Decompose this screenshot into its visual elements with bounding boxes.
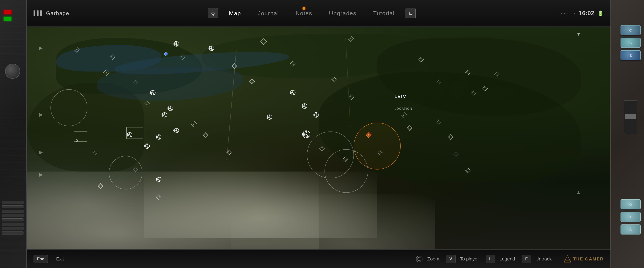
right-btn-s2[interactable]: S bbox=[620, 225, 641, 235]
svg-rect-41 bbox=[331, 77, 336, 82]
map-icon-d8 bbox=[330, 76, 337, 83]
map-icon-rad-sm3 bbox=[161, 112, 168, 118]
signal-icon: ▌▌▌ bbox=[34, 10, 44, 16]
map-icon-rad-sm8 bbox=[156, 176, 162, 183]
right-btn-s1[interactable]: S bbox=[620, 38, 641, 48]
esc-key[interactable]: Esc bbox=[34, 255, 48, 263]
to-player-label: To player bbox=[460, 256, 479, 262]
location-name: LVIV bbox=[394, 94, 406, 99]
map-icon-d29 bbox=[494, 71, 500, 78]
map-icon-d19 bbox=[377, 149, 384, 156]
svg-rect-68 bbox=[437, 120, 440, 123]
map-icon-d17 bbox=[319, 145, 325, 152]
untrack-label: Untrack bbox=[536, 256, 552, 262]
svg-rect-48 bbox=[437, 80, 440, 83]
device-name: Garbage bbox=[46, 10, 70, 16]
right-btn-c-label: C bbox=[621, 25, 640, 35]
edge-arrow-low[interactable]: ▶ bbox=[39, 149, 43, 155]
svg-point-93 bbox=[176, 130, 177, 131]
svg-rect-42 bbox=[332, 78, 335, 81]
svg-rect-76 bbox=[94, 151, 96, 154]
map-icon-d3 bbox=[231, 63, 238, 69]
right-slider[interactable] bbox=[624, 100, 637, 134]
map-icon-diamond-1 bbox=[74, 47, 80, 54]
svg-marker-109 bbox=[564, 256, 571, 262]
legend-group: L Legend bbox=[486, 255, 515, 263]
map-icon-d6 bbox=[249, 78, 256, 85]
map-icon-d16 bbox=[226, 149, 232, 156]
svg-rect-30 bbox=[181, 56, 183, 58]
svg-rect-78 bbox=[99, 185, 102, 187]
map-icon-d4 bbox=[132, 78, 139, 85]
indicator-red bbox=[3, 10, 12, 14]
edge-arrow-mid[interactable]: ▶ bbox=[39, 112, 43, 117]
svg-point-15 bbox=[316, 114, 317, 115]
map-icon-rad-sm6 bbox=[156, 134, 162, 140]
svg-rect-8 bbox=[262, 40, 265, 43]
svg-rect-73 bbox=[465, 168, 470, 173]
right-btn-c[interactable]: C bbox=[620, 25, 641, 35]
tab-key-q[interactable]: Q bbox=[208, 8, 218, 18]
tab-upgrades[interactable]: Upgrades bbox=[321, 10, 365, 16]
right-btn-sigma[interactable]: Σ bbox=[620, 50, 641, 60]
svg-point-91 bbox=[269, 117, 270, 118]
edge-arrow-top[interactable]: ▶ bbox=[39, 45, 43, 51]
right-btn-o[interactable]: O bbox=[620, 199, 641, 209]
untrack-group: F Untrack bbox=[522, 255, 552, 263]
svg-rect-65 bbox=[407, 126, 412, 131]
svg-rect-32 bbox=[233, 65, 236, 67]
svg-rect-47 bbox=[436, 79, 441, 84]
map-icon-d7 bbox=[144, 100, 150, 107]
svg-rect-37 bbox=[250, 79, 254, 84]
building-2 bbox=[126, 127, 143, 139]
map-icon-d24 bbox=[464, 167, 471, 174]
svg-rect-27 bbox=[110, 55, 115, 60]
svg-rect-53 bbox=[483, 86, 488, 91]
edge-arrow-bot[interactable]: ▶ bbox=[39, 172, 43, 177]
watermark-icon bbox=[563, 255, 572, 263]
tab-journal[interactable]: Journal bbox=[250, 10, 287, 16]
top-bar: ▌▌▌ Garbage Q Map Journal Notes Upgrades… bbox=[27, 0, 610, 27]
f-key[interactable]: F bbox=[522, 255, 531, 263]
svg-rect-55 bbox=[203, 132, 208, 138]
zoom-indicator: ×2 bbox=[74, 138, 78, 143]
tab-key-e[interactable]: E bbox=[406, 8, 416, 18]
map-icon-rad-1 bbox=[173, 40, 180, 47]
svg-rect-50 bbox=[466, 71, 469, 74]
left-knob[interactable] bbox=[5, 64, 20, 79]
svg-rect-61 bbox=[343, 157, 348, 162]
svg-rect-59 bbox=[320, 146, 325, 151]
right-btn-t[interactable]: T bbox=[620, 212, 641, 222]
svg-rect-33 bbox=[133, 79, 138, 84]
right-btn-s1-label: S bbox=[621, 38, 640, 48]
v-key[interactable]: V bbox=[446, 255, 456, 263]
tab-tutorial[interactable]: Tutorial bbox=[365, 10, 403, 16]
tab-map[interactable]: Map bbox=[220, 10, 250, 16]
svg-rect-63 bbox=[378, 150, 383, 155]
svg-rect-83 bbox=[494, 72, 500, 77]
map-icon-d10 bbox=[418, 56, 424, 63]
map-icon-rad-2 bbox=[208, 45, 215, 52]
svg-rect-79 bbox=[133, 168, 138, 173]
map-container[interactable]: ! ? ? ? bbox=[27, 27, 610, 250]
svg-rect-44 bbox=[350, 96, 352, 98]
main-content: ▌▌▌ Garbage Q Map Journal Notes Upgrades… bbox=[27, 0, 610, 268]
svg-rect-5 bbox=[74, 47, 80, 53]
time-display: 16:02 bbox=[579, 10, 594, 17]
l-key[interactable]: L bbox=[486, 255, 495, 263]
svg-text:?: ? bbox=[193, 122, 194, 125]
svg-rect-40 bbox=[146, 102, 148, 105]
bottom-bar: Esc Exit Zoom V To player L Legend F Unt… bbox=[27, 250, 610, 268]
svg-rect-39 bbox=[144, 101, 150, 106]
map-icon-d14 bbox=[482, 85, 488, 92]
map-icon-d2 bbox=[179, 54, 186, 60]
map-icon-d26 bbox=[97, 183, 104, 189]
map-icon-d18 bbox=[342, 156, 349, 163]
map-icon-rad-3 bbox=[290, 89, 296, 96]
svg-rect-54 bbox=[484, 87, 486, 89]
tab-notes[interactable]: Notes bbox=[287, 10, 321, 16]
svg-rect-77 bbox=[98, 183, 103, 189]
map-icon-d13 bbox=[470, 89, 477, 96]
right-btn-t-label: T bbox=[621, 212, 640, 222]
svg-rect-43 bbox=[348, 94, 354, 100]
